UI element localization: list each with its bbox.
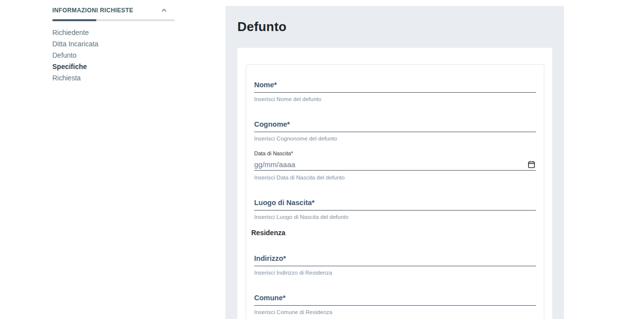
sidebar-item-specifiche[interactable]: Specifiche bbox=[52, 61, 175, 72]
sidebar-item-defunto[interactable]: Defunto bbox=[52, 50, 175, 61]
data-nascita-input[interactable]: gg/mm/aaaa bbox=[254, 158, 536, 171]
sidebar-item-ditta-incaricata[interactable]: Ditta Incaricata bbox=[52, 38, 175, 50]
field-indirizzo: Indirizzo* Inserisci Indirizzo di Reside… bbox=[254, 254, 536, 276]
nome-label: Nome* bbox=[254, 81, 536, 89]
sidebar-steps: Richiedente Ditta Incaricata Defunto Spe… bbox=[52, 27, 175, 84]
field-group: Nome* Inserisci Nome del defunto Cognome… bbox=[246, 64, 544, 319]
indirizzo-helper: Inserisci Indirizzo di Residenza bbox=[254, 270, 536, 276]
calendar-icon[interactable] bbox=[528, 161, 535, 168]
nome-helper: Inserisci Nome del defunto bbox=[254, 96, 536, 103]
residenza-section-title: Residenza bbox=[251, 229, 536, 237]
comune-input[interactable] bbox=[254, 302, 536, 306]
cognome-label: Cognome* bbox=[254, 120, 536, 128]
sidebar: INFORMAZIONI RICHIESTE Richiedente Ditta… bbox=[52, 5, 175, 84]
data-nascita-helper: Inserisci Data di Nascita del defunto bbox=[254, 175, 536, 181]
sidebar-item-richiesta[interactable]: Richiesta bbox=[52, 72, 175, 84]
cognome-helper: Inserisci Cognonome del defunto bbox=[254, 136, 536, 142]
nome-input[interactable] bbox=[254, 89, 536, 93]
comune-label: Comune* bbox=[254, 294, 536, 302]
cognome-input[interactable] bbox=[254, 128, 536, 132]
progress-bar bbox=[52, 19, 175, 21]
indirizzo-label: Indirizzo* bbox=[254, 254, 536, 262]
field-luogo-nascita: Luogo di Nascita* Inserisci Luogo di Nas… bbox=[254, 199, 536, 220]
field-comune: Comune* Inserisci Comune di Residenza bbox=[254, 294, 536, 316]
luogo-nascita-input[interactable] bbox=[254, 207, 536, 211]
date-placeholder: gg/mm/aaaa bbox=[254, 160, 295, 169]
progress-fill bbox=[52, 19, 96, 21]
page-title: Defunto bbox=[237, 19, 564, 35]
data-nascita-label: Data di Nascita* bbox=[254, 150, 536, 157]
comune-helper: Inserisci Comune di Residenza bbox=[254, 309, 536, 316]
luogo-nascita-helper: Inserisci Luogo di Nascita del defunto bbox=[254, 214, 536, 220]
form-card: Nome* Inserisci Nome del defunto Cognome… bbox=[237, 48, 552, 319]
field-nome: Nome* Inserisci Nome del defunto bbox=[254, 81, 536, 103]
sidebar-title: INFORMAZIONI RICHIESTE bbox=[52, 7, 133, 14]
sidebar-item-richiedente[interactable]: Richiedente bbox=[52, 27, 175, 38]
field-cognome: Cognome* Inserisci Cognonome del defunto bbox=[254, 120, 536, 142]
sidebar-accordion-header[interactable]: INFORMAZIONI RICHIESTE bbox=[52, 5, 175, 14]
chevron-up-icon bbox=[162, 9, 167, 14]
luogo-nascita-label: Luogo di Nascita* bbox=[254, 199, 536, 207]
content-panel: Defunto Nome* Inserisci Nome del defunto… bbox=[226, 6, 564, 319]
indirizzo-input[interactable] bbox=[254, 262, 536, 266]
field-data-nascita: Data di Nascita* gg/mm/aaaa Inserisci Da… bbox=[254, 150, 536, 181]
